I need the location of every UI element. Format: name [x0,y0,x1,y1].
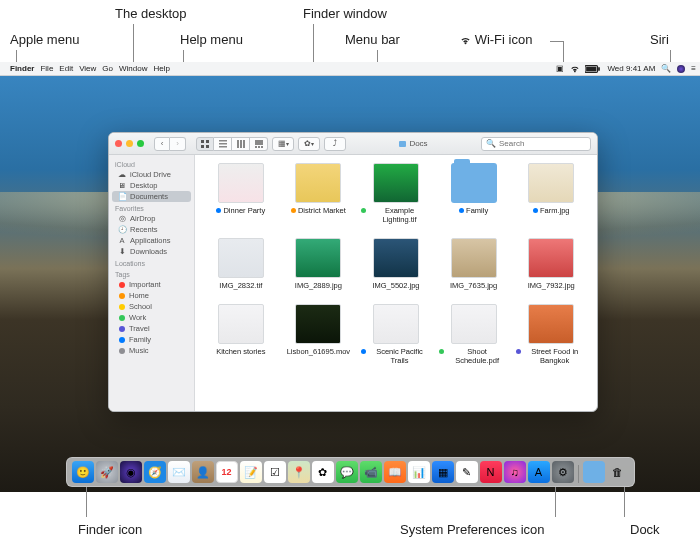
tag-dot-icon [119,348,125,354]
sidebar-item-work[interactable]: Work [112,312,191,323]
dock-calendar-icon[interactable]: 12 [216,461,238,483]
action-button[interactable]: ✿ ▾ [298,137,320,151]
search-input[interactable] [499,139,586,148]
wifi-icon[interactable] [570,65,580,73]
zoom-button[interactable] [137,140,144,147]
sidebar-item-label: iCloud Drive [130,170,171,179]
siri-icon[interactable] [677,65,685,73]
view-gallery-button[interactable] [250,137,268,151]
dock-reminders-icon[interactable]: ☑︎ [264,461,286,483]
file-item[interactable]: Lisbon_61695.mov [283,304,355,365]
file-item[interactable]: IMG_7932.jpg [515,238,587,290]
file-item[interactable]: Family [438,163,510,224]
dock-facetime-icon[interactable]: 📹 [360,461,382,483]
sidebar-item-documents[interactable]: 📄Documents [112,191,191,202]
dock-pages-icon[interactable]: ✎ [456,461,478,483]
sidebar-item-applications[interactable]: AApplications [112,235,191,246]
dock: 🙂🚀◉🧭✉️👤12📝☑︎📍✿💬📹📖📊▦✎N♫A⚙︎🗑 [66,457,635,487]
sidebar-item-downloads[interactable]: ⬇︎Downloads [112,246,191,257]
sidebar-item-family[interactable]: Family [112,334,191,345]
dock-news-icon[interactable]: N [480,461,502,483]
apps-icon: A [118,237,126,245]
minimize-button[interactable] [126,140,133,147]
sidebar-item-label: AirDrop [130,214,155,223]
menu-app-name[interactable]: Finder [10,64,34,73]
dock-numbers-icon[interactable]: 📊 [408,461,430,483]
airdrop-icon: ◎ [118,215,126,223]
spotlight-icon[interactable]: 🔍 [661,64,671,73]
battery-icon[interactable] [585,65,601,73]
dock-maps-icon[interactable]: 📍 [288,461,310,483]
desktop-icon: 🖥 [118,182,126,190]
dock-finder-icon[interactable]: 🙂 [72,461,94,483]
sidebar-item-airdrop[interactable]: ◎AirDrop [112,213,191,224]
file-item[interactable]: Dinner Party [205,163,277,224]
dock-notes-icon[interactable]: 📝 [240,461,262,483]
file-item[interactable]: IMG_7635.jpg [438,238,510,290]
tag-dot-icon [361,208,366,213]
menu-help[interactable]: Help [153,64,169,73]
window-controls [109,140,150,147]
dock-safari-icon[interactable]: 🧭 [144,461,166,483]
dock-itunes-icon[interactable]: ♫ [504,461,526,483]
dock-app-store-icon[interactable]: A [528,461,550,483]
share-button[interactable]: ⤴ [324,137,346,151]
file-item[interactable]: IMG_2832.tif [205,238,277,290]
clock[interactable]: Wed 9:41 AM [607,64,655,73]
svg-rect-13 [255,140,263,145]
forward-button[interactable]: › [170,137,186,151]
sidebar-item-label: Applications [130,236,170,245]
sidebar-item-music[interactable]: Music [112,345,191,356]
file-thumbnail [218,163,264,203]
file-item[interactable]: District Market [283,163,355,224]
desktop[interactable]: Finder File Edit View Go Window Help ▣ W… [0,62,700,492]
file-item[interactable]: Farm.jpg [515,163,587,224]
menu-go[interactable]: Go [102,64,113,73]
dock-siri-icon[interactable]: ◉ [120,461,142,483]
sidebar-item-travel[interactable]: Travel [112,323,191,334]
finder-window[interactable]: ‹ › ▦ ▾ ✿ ▾ ⤴ Docs 🔍 iCloud☁︎iCloud Driv… [108,132,598,412]
sidebar-item-school[interactable]: School [112,301,191,312]
file-name: Lisbon_61695.mov [287,347,350,356]
dock-trash-icon[interactable]: 🗑 [607,461,629,483]
dock-ibooks-icon[interactable]: 📖 [384,461,406,483]
file-item[interactable]: Kitchen stories [205,304,277,365]
dock-messages-icon[interactable]: 💬 [336,461,358,483]
file-item[interactable]: Example Lighting.tif [360,163,432,224]
dock-mail-icon[interactable]: ✉️ [168,461,190,483]
menu-edit[interactable]: Edit [59,64,73,73]
view-icon-button[interactable] [196,137,214,151]
view-column-button[interactable] [232,137,250,151]
sidebar-item-desktop[interactable]: 🖥Desktop [112,180,191,191]
dock-photos-icon[interactable]: ✿ [312,461,334,483]
callout-finder-window: Finder window [303,6,387,21]
svg-rect-1 [587,66,597,71]
group-button[interactable]: ▦ ▾ [272,137,294,151]
file-item[interactable]: Scenic Pacific Trails [360,304,432,365]
menu-file[interactable]: File [40,64,53,73]
sidebar-heading: Favorites [109,202,194,213]
file-item[interactable]: Street Food in Bangkok [515,304,587,365]
file-item[interactable]: IMG_5502.jpg [360,238,432,290]
notification-center-icon[interactable]: ≡ [691,64,696,73]
airplay-icon[interactable]: ▣ [556,64,564,73]
menu-view[interactable]: View [79,64,96,73]
clock-icon: 🕘 [118,226,126,234]
dock-keynote-icon[interactable]: ▦ [432,461,454,483]
file-item[interactable]: IMG_2889.jpg [283,238,355,290]
finder-content[interactable]: Dinner PartyDistrict MarketExample Light… [195,155,597,411]
dock-contacts-icon[interactable]: 👤 [192,461,214,483]
dock-system-preferences-icon[interactable]: ⚙︎ [552,461,574,483]
sidebar-item-important[interactable]: Important [112,279,191,290]
sidebar-item-recents[interactable]: 🕘Recents [112,224,191,235]
menu-window[interactable]: Window [119,64,147,73]
close-button[interactable] [115,140,122,147]
sidebar-item-icloud-drive[interactable]: ☁︎iCloud Drive [112,169,191,180]
sidebar-item-label: Music [129,346,149,355]
dock-launchpad-icon[interactable]: 🚀 [96,461,118,483]
dock-downloads-icon[interactable] [583,461,605,483]
file-item[interactable]: Shoot Schedule.pdf [438,304,510,365]
sidebar-item-home[interactable]: Home [112,290,191,301]
back-button[interactable]: ‹ [154,137,170,151]
view-list-button[interactable] [214,137,232,151]
